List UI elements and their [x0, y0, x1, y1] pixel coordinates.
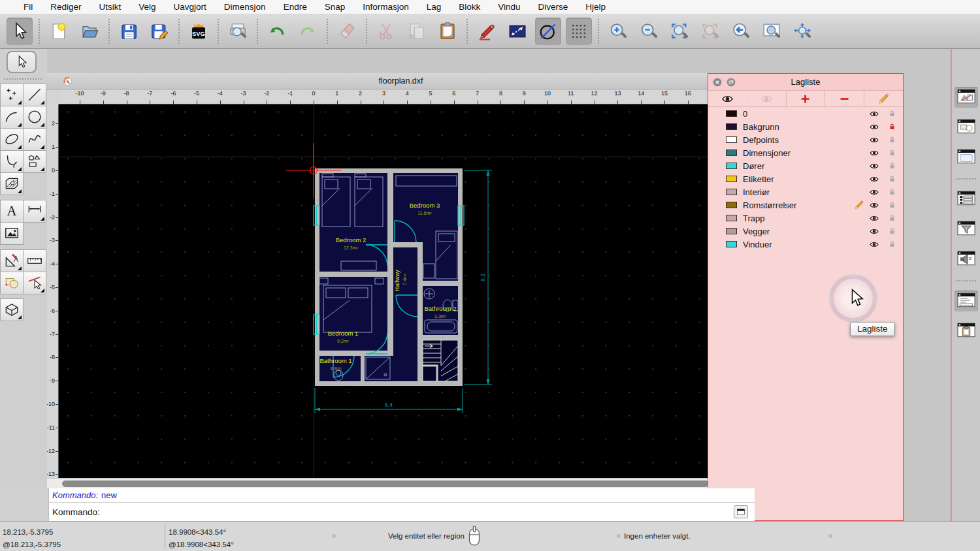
- layer-row-trapp[interactable]: Trapp: [708, 212, 903, 225]
- remove-layer-minus-button[interactable]: [825, 91, 864, 106]
- polygon-tool-button[interactable]: [23, 150, 46, 173]
- document-titlebar[interactable]: floorplan.dxf: [47, 73, 755, 89]
- layer-visibility-eye-icon[interactable]: [868, 200, 880, 210]
- layer-row-etiketter[interactable]: Etiketter: [708, 172, 903, 185]
- layer-lock-icon[interactable]: [888, 187, 896, 197]
- layer-row-vinduer[interactable]: Vinduer: [708, 238, 903, 251]
- points-tool-button[interactable]: [0, 84, 24, 106]
- palette-drag-handle[interactable]: [4, 78, 42, 82]
- new-document-button[interactable]: [46, 18, 72, 45]
- horizontal-scrollbar-thumb[interactable]: [62, 480, 709, 487]
- layer-visibility-eye-icon[interactable]: [868, 122, 880, 132]
- menu-item-fil[interactable]: Fil: [24, 2, 33, 12]
- menu-item-hjelp[interactable]: Hjelp: [585, 2, 606, 12]
- select-tool-button[interactable]: [7, 51, 37, 73]
- command-input[interactable]: [100, 503, 755, 521]
- menu-item-uavgjort[interactable]: Uavgjort: [174, 2, 206, 12]
- library-browser-window-toggle-button[interactable]: [955, 87, 978, 108]
- hide-all-layers-eye-button[interactable]: [747, 91, 786, 106]
- layer-row-romstørrelser[interactable]: Romstørrelser: [708, 198, 903, 212]
- layer-list-window-toggle-button[interactable]: [955, 189, 978, 210]
- layer-lock-icon[interactable]: [888, 109, 896, 118]
- menu-item-endre[interactable]: Endre: [284, 2, 307, 12]
- show-all-layers-eye-button[interactable]: [708, 91, 747, 106]
- line-tool-button[interactable]: [23, 84, 46, 106]
- spline-tool-button[interactable]: [23, 128, 46, 151]
- layer-visibility-eye-icon[interactable]: [868, 240, 880, 249]
- select-entity-tool-button[interactable]: [23, 272, 46, 294]
- zoom-in-button[interactable]: [605, 18, 631, 45]
- layer-lock-icon[interactable]: [888, 161, 896, 170]
- output-window-toggle-button[interactable]: [955, 249, 978, 270]
- layer-lock-icon[interactable]: [888, 213, 896, 223]
- layer-row-dimensjoner[interactable]: Dimensjoner: [708, 146, 903, 159]
- layer-visibility-eye-icon[interactable]: [868, 109, 880, 119]
- layer-visibility-eye-icon[interactable]: [868, 148, 880, 158]
- layer-row-0[interactable]: 0: [708, 107, 903, 120]
- block-list-window-toggle-button[interactable]: [955, 117, 978, 138]
- undo-button[interactable]: [264, 18, 290, 45]
- layer-visibility-eye-icon[interactable]: [868, 174, 880, 184]
- image-tool-button[interactable]: [0, 222, 24, 245]
- ellipse-tool-button[interactable]: [0, 128, 24, 151]
- circle-tool-button[interactable]: [23, 106, 46, 129]
- menu-item-rediger[interactable]: Rediger: [50, 2, 81, 12]
- menu-item-velg[interactable]: Velg: [139, 2, 155, 12]
- save-button[interactable]: [116, 18, 142, 45]
- hatch-tool-button[interactable]: [0, 172, 24, 195]
- menu-item-vindu[interactable]: Vindu: [498, 2, 520, 12]
- layer-row-dører[interactable]: Dører: [708, 159, 903, 172]
- layer-lock-icon[interactable]: [888, 148, 896, 157]
- text-tool-button[interactable]: A: [0, 200, 24, 223]
- filter-window-toggle-button[interactable]: [955, 219, 978, 240]
- layer-visibility-eye-icon[interactable]: [868, 135, 880, 145]
- zoom-auto-button[interactable]: [666, 18, 693, 45]
- zoom-window-button[interactable]: [759, 18, 785, 45]
- cad-tools-tool-button[interactable]: [0, 249, 24, 272]
- layer-visibility-eye-icon[interactable]: [868, 213, 880, 223]
- select-arrow-button[interactable]: [7, 18, 33, 45]
- layer-lock-icon[interactable]: [888, 135, 896, 144]
- layer-visibility-eye-icon[interactable]: [868, 227, 880, 236]
- menu-item-lag[interactable]: Lag: [427, 2, 442, 12]
- menu-item-informasjon[interactable]: Informasjon: [363, 2, 409, 12]
- open-folder-button[interactable]: [76, 18, 103, 45]
- modify-tool-button[interactable]: [0, 272, 24, 294]
- paste-button[interactable]: [434, 18, 461, 45]
- draft-toggle-button[interactable]: [535, 18, 561, 45]
- layer-row-interiør[interactable]: Interiør: [708, 185, 903, 198]
- grid-toggle-button[interactable]: [566, 18, 592, 45]
- zoom-out-button[interactable]: [636, 18, 662, 45]
- add-layer-plus-button[interactable]: [786, 91, 825, 106]
- zoom-pan-button[interactable]: [789, 18, 815, 45]
- ruler-tool-button[interactable]: [23, 249, 46, 272]
- clipboard-window-toggle-button[interactable]: [955, 321, 978, 341]
- layer-lock-icon[interactable]: [888, 227, 896, 236]
- layer-row-bakgrunn[interactable]: Bakgrunn: [708, 120, 903, 133]
- layer-lock-icon[interactable]: [888, 240, 896, 249]
- menu-item-utsikt[interactable]: Utsikt: [99, 2, 122, 12]
- menu-item-diverse[interactable]: Diverse: [538, 2, 568, 12]
- layer-lock-icon[interactable]: [888, 174, 896, 183]
- measure-distance-button[interactable]: [504, 18, 531, 45]
- layer-lock-icon[interactable]: [888, 200, 896, 210]
- layer-visibility-eye-icon[interactable]: [868, 161, 880, 171]
- layer-row-vegger[interactable]: Vegger: [708, 225, 903, 238]
- horizontal-scrollbar[interactable]: [59, 479, 720, 489]
- menu-item-blokk[interactable]: Blokk: [459, 2, 480, 12]
- draw-pen-button[interactable]: [474, 18, 500, 45]
- polyline-tool-button[interactable]: [0, 150, 24, 173]
- box3d-tool-button[interactable]: [0, 298, 24, 321]
- command-window-button[interactable]: [734, 505, 748, 518]
- edit-layer-pencil-button[interactable]: [864, 91, 903, 106]
- print-preview-button[interactable]: [225, 18, 251, 45]
- command-widget-window-toggle-button[interactable]: [955, 291, 978, 311]
- dimension-tool-button[interactable]: [23, 200, 46, 223]
- svg-export-button[interactable]: SVG: [186, 18, 212, 45]
- save-as-button[interactable]: [146, 18, 172, 45]
- layer-visibility-eye-icon[interactable]: [868, 187, 880, 197]
- menu-item-snap[interactable]: Snap: [325, 2, 346, 12]
- drawing-canvas[interactable]: Bedroom 2 12.3m² Bedroom 3 11.5m² Hallwa…: [59, 104, 743, 478]
- arc-tool-button[interactable]: [0, 106, 24, 129]
- layer-row-defpoints[interactable]: Defpoints: [708, 133, 903, 146]
